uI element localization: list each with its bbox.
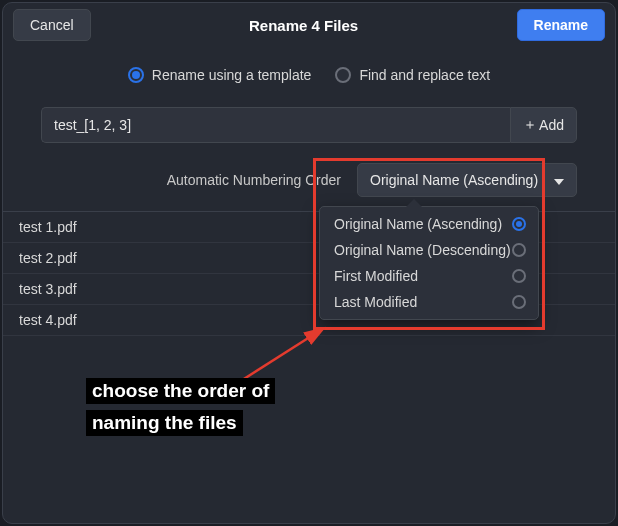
- order-option-asc[interactable]: Original Name (Ascending): [320, 211, 538, 237]
- mode-template-label: Rename using a template: [152, 67, 312, 83]
- option-label: Original Name (Ascending): [334, 216, 502, 232]
- radio-icon: [335, 67, 351, 83]
- dialog-title: Rename 4 Files: [91, 17, 517, 34]
- cancel-button[interactable]: Cancel: [13, 9, 91, 41]
- order-popup: Original Name (Ascending) Original Name …: [319, 206, 539, 320]
- add-label: Add: [539, 117, 564, 133]
- order-dropdown[interactable]: Original Name (Ascending): [357, 163, 577, 197]
- order-selected: Original Name (Ascending): [370, 172, 538, 188]
- titlebar: Cancel Rename 4 Files Rename: [3, 3, 615, 41]
- radio-icon: [512, 243, 526, 257]
- option-label: Original Name (Descending): [334, 242, 511, 258]
- option-label: First Modified: [334, 268, 418, 284]
- template-row: ＋ Add: [3, 97, 615, 149]
- order-row: Automatic Numbering Order Original Name …: [3, 149, 615, 211]
- radio-icon: [512, 295, 526, 309]
- order-option-first-modified[interactable]: First Modified: [320, 263, 538, 289]
- mode-selector: Rename using a template Find and replace…: [3, 41, 615, 97]
- chevron-down-icon: [554, 172, 564, 188]
- radio-icon: [512, 217, 526, 231]
- option-label: Last Modified: [334, 294, 417, 310]
- mode-template-radio[interactable]: Rename using a template: [128, 67, 312, 83]
- radio-icon: [512, 269, 526, 283]
- add-button[interactable]: ＋ Add: [510, 107, 577, 143]
- mode-findreplace-label: Find and replace text: [359, 67, 490, 83]
- order-option-desc[interactable]: Original Name (Descending): [320, 237, 538, 263]
- mode-findreplace-radio[interactable]: Find and replace text: [335, 67, 490, 83]
- rename-button[interactable]: Rename: [517, 9, 605, 41]
- order-option-last-modified[interactable]: Last Modified: [320, 289, 538, 315]
- order-label: Automatic Numbering Order: [167, 172, 341, 188]
- plus-icon: ＋: [523, 116, 537, 134]
- template-input[interactable]: [41, 107, 510, 143]
- radio-icon: [128, 67, 144, 83]
